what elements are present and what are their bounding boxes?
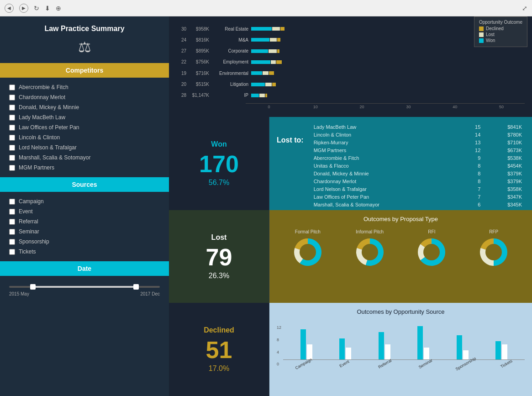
legend-declined-label: Declined: [486, 26, 504, 31]
source-title: Outcomes by Opportunity Source: [277, 308, 525, 315]
x-tick-30: 30: [385, 105, 432, 109]
bar-declined: [272, 83, 276, 86]
bar-lost: [272, 27, 280, 31]
competitor-item[interactable]: Law Offices of Peter Pan: [9, 122, 160, 132]
date-slider-left-thumb[interactable]: [30, 284, 36, 290]
lost-to-value: $710K: [485, 139, 524, 146]
forward-button[interactable]: ▶: [19, 4, 28, 13]
lost-to-count: 8: [461, 170, 485, 177]
row-label: IP: [212, 93, 248, 98]
bar-won: [251, 83, 265, 86]
proposal-panel: Outcomes by Proposal Type Formal Pitch I…: [269, 210, 532, 303]
lost-to-value: $673K: [485, 147, 524, 153]
download-button[interactable]: ⬇: [45, 5, 50, 12]
source-name: Referral: [19, 218, 38, 225]
competitor-checkbox[interactable]: [9, 165, 15, 171]
legend-lost-label: Lost: [486, 32, 495, 37]
lost-to-count: 15: [461, 123, 485, 130]
lost-number: 79: [206, 245, 232, 269]
source-item[interactable]: Campaign: [9, 196, 160, 206]
source-checkbox[interactable]: [9, 219, 15, 225]
bar-group: [251, 83, 525, 86]
row-label: M&A: [212, 37, 248, 42]
date-section: 2015 May 2017 Dec: [0, 278, 169, 301]
bar-lost: [270, 38, 277, 42]
source-checkbox[interactable]: [9, 199, 15, 205]
source-item[interactable]: Tickets: [9, 247, 160, 257]
source-item[interactable]: Event: [9, 206, 160, 216]
bar-bottom-pair: [417, 326, 429, 359]
source-name: Event: [19, 208, 33, 215]
competitor-name: Lord Nelson & Trafalgar: [19, 144, 77, 151]
bar-lost: [271, 60, 276, 64]
row-num: 30: [176, 26, 186, 32]
lost-to-row: Lord Nelson & Trafalgar 7 $358K: [312, 185, 524, 192]
bar-lost: [463, 350, 469, 359]
competitor-checkbox[interactable]: [9, 105, 15, 111]
lost-to-count: 6: [461, 201, 485, 208]
source-checkbox[interactable]: [9, 239, 15, 245]
lost-to-value: $841K: [485, 123, 524, 130]
lost-to-name: Donald, Mickey & Minnie: [312, 170, 460, 177]
source-chart-container: 12840: [277, 319, 525, 366]
competitor-item[interactable]: Lord Nelson & Trafalgar: [9, 143, 160, 153]
date-start-label: 2015 May: [9, 291, 29, 296]
competitor-item[interactable]: Lady MacBeth Law: [9, 112, 160, 122]
competitor-checkbox[interactable]: [9, 125, 15, 131]
lost-to-name: Abercrombie & Fitch: [312, 154, 460, 161]
bar-group: [251, 94, 525, 97]
competitor-item[interactable]: Donald, Mickey & Minnie: [9, 102, 160, 112]
lost-color-swatch: [479, 32, 484, 37]
source-name: Seminar: [19, 228, 39, 235]
x-tick-50: 50: [478, 105, 525, 109]
date-section-header[interactable]: Date: [0, 261, 169, 276]
competitor-checkbox[interactable]: [9, 135, 15, 141]
lost-to-count: 8: [461, 178, 485, 185]
sources-section-header[interactable]: Sources: [0, 177, 169, 192]
competitor-name: MGM Partners: [19, 164, 54, 171]
lost-to-value: $454K: [485, 162, 524, 169]
lost-to-row: Donald, Mickey & Minnie 8 $379K: [312, 170, 524, 177]
competitor-item[interactable]: Abercrombie & Fitch: [9, 82, 160, 92]
competitors-section-header[interactable]: Competitors: [0, 63, 169, 78]
competitor-checkbox[interactable]: [9, 155, 15, 161]
expand-button[interactable]: ⤢: [522, 5, 527, 12]
donut-label: Informal Pitch: [356, 229, 384, 234]
lost-to-panel: Lost to: Lady MacBeth Law 15 $841K Linco…: [269, 117, 532, 210]
zoom-button[interactable]: ⊕: [56, 5, 61, 12]
legend-won: Won: [479, 38, 522, 43]
competitor-item[interactable]: Lincoln & Clinton: [9, 132, 160, 143]
bar-bottom-pair: [457, 335, 469, 359]
date-slider-right-thumb[interactable]: [133, 284, 139, 290]
competitor-name: Law Offices of Peter Pan: [19, 124, 79, 131]
bar-chart-row: 24 $816K M&A: [176, 37, 525, 42]
bar-won: [251, 71, 262, 75]
lost-pct: 26.3%: [209, 272, 229, 280]
bar-won: [251, 38, 269, 42]
lost-to-count: 8: [461, 162, 485, 169]
back-button[interactable]: ◀: [5, 4, 14, 13]
source-checkbox[interactable]: [9, 229, 15, 235]
lost-to-name: Lady MacBeth Law: [312, 123, 460, 130]
competitor-name: Lincoln & Clinton: [19, 134, 60, 141]
bar-declined: [265, 94, 267, 97]
row-val: $816K: [189, 37, 209, 42]
source-item[interactable]: Seminar: [9, 227, 160, 237]
x-tick-10: 10: [292, 105, 339, 109]
refresh-button[interactable]: ↻: [34, 5, 39, 12]
bar-won: [300, 329, 306, 360]
competitor-checkbox[interactable]: [9, 145, 15, 151]
competitor-checkbox[interactable]: [9, 84, 15, 90]
row-val: $895K: [189, 48, 209, 53]
source-item[interactable]: Referral: [9, 216, 160, 227]
source-checkbox[interactable]: [9, 209, 15, 215]
competitor-checkbox[interactable]: [9, 95, 15, 100]
source-item[interactable]: Sponsorship: [9, 237, 160, 247]
competitor-item[interactable]: MGM Partners: [9, 163, 160, 173]
source-checkbox[interactable]: [9, 249, 15, 255]
lost-to-value: $379K: [485, 178, 524, 185]
competitor-item[interactable]: Chardonnay Merlot: [9, 92, 160, 102]
declined-color-swatch: [479, 26, 484, 31]
competitor-checkbox[interactable]: [9, 115, 15, 121]
competitor-item[interactable]: Marshall, Scalia & Sotomayor: [9, 153, 160, 163]
